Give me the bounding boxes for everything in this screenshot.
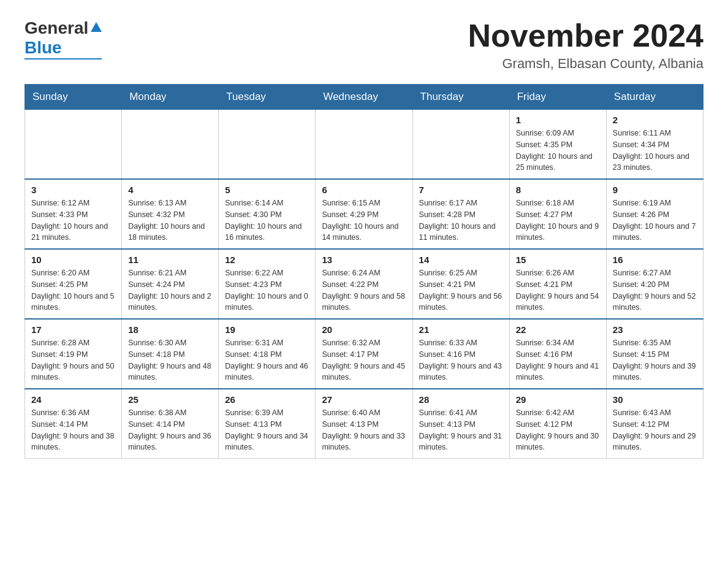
calendar-cell-5-7: 30Sunrise: 6:43 AMSunset: 4:12 PMDayligh… bbox=[606, 389, 703, 459]
calendar-table: Sunday Monday Tuesday Wednesday Thursday… bbox=[25, 84, 703, 459]
day-info: Sunrise: 6:13 AMSunset: 4:32 PMDaylight:… bbox=[128, 197, 212, 243]
calendar-header-row: Sunday Monday Tuesday Wednesday Thursday… bbox=[25, 85, 703, 110]
day-number: 24 bbox=[31, 394, 115, 405]
day-info: Sunrise: 6:11 AMSunset: 4:34 PMDaylight:… bbox=[613, 128, 697, 174]
calendar-cell-2-7: 9Sunrise: 6:19 AMSunset: 4:26 PMDaylight… bbox=[606, 179, 703, 249]
logo-underline bbox=[25, 58, 102, 59]
calendar-week-5: 24Sunrise: 6:36 AMSunset: 4:14 PMDayligh… bbox=[25, 389, 703, 459]
col-wednesday: Wednesday bbox=[316, 85, 412, 110]
calendar-cell-1-6: 1Sunrise: 6:09 AMSunset: 4:35 PMDaylight… bbox=[509, 110, 606, 180]
calendar-cell-2-1: 3Sunrise: 6:12 AMSunset: 4:33 PMDaylight… bbox=[25, 179, 122, 249]
calendar-cell-5-4: 27Sunrise: 6:40 AMSunset: 4:13 PMDayligh… bbox=[316, 389, 412, 459]
day-info: Sunrise: 6:33 AMSunset: 4:16 PMDaylight:… bbox=[419, 337, 503, 383]
day-number: 11 bbox=[128, 255, 212, 265]
day-number: 20 bbox=[322, 324, 406, 335]
day-number: 21 bbox=[419, 324, 503, 335]
day-info: Sunrise: 6:38 AMSunset: 4:14 PMDaylight:… bbox=[128, 407, 212, 453]
day-number: 2 bbox=[613, 115, 697, 125]
calendar-cell-5-1: 24Sunrise: 6:36 AMSunset: 4:14 PMDayligh… bbox=[25, 389, 122, 459]
calendar-cell-1-5 bbox=[412, 110, 509, 180]
calendar-cell-4-4: 20Sunrise: 6:32 AMSunset: 4:17 PMDayligh… bbox=[316, 319, 412, 389]
day-info: Sunrise: 6:35 AMSunset: 4:15 PMDaylight:… bbox=[613, 337, 697, 383]
day-number: 1 bbox=[516, 115, 600, 125]
day-number: 30 bbox=[613, 394, 697, 405]
title-area: November 2024 Gramsh, Elbasan County, Al… bbox=[468, 18, 703, 72]
calendar-cell-2-5: 7Sunrise: 6:17 AMSunset: 4:28 PMDaylight… bbox=[412, 179, 509, 249]
day-info: Sunrise: 6:21 AMSunset: 4:24 PMDaylight:… bbox=[128, 267, 212, 313]
logo-triangle-icon bbox=[91, 22, 102, 32]
day-info: Sunrise: 6:34 AMSunset: 4:16 PMDaylight:… bbox=[516, 337, 600, 383]
day-info: Sunrise: 6:32 AMSunset: 4:17 PMDaylight:… bbox=[322, 337, 406, 383]
col-monday: Monday bbox=[122, 85, 219, 110]
day-info: Sunrise: 6:41 AMSunset: 4:13 PMDaylight:… bbox=[419, 407, 503, 453]
day-info: Sunrise: 6:18 AMSunset: 4:27 PMDaylight:… bbox=[516, 197, 600, 243]
day-info: Sunrise: 6:22 AMSunset: 4:23 PMDaylight:… bbox=[225, 267, 309, 313]
col-tuesday: Tuesday bbox=[219, 85, 316, 110]
day-info: Sunrise: 6:43 AMSunset: 4:12 PMDaylight:… bbox=[613, 407, 697, 453]
calendar-cell-4-1: 17Sunrise: 6:28 AMSunset: 4:19 PMDayligh… bbox=[25, 319, 122, 389]
col-thursday: Thursday bbox=[412, 85, 509, 110]
day-number: 16 bbox=[613, 255, 697, 265]
calendar-cell-1-7: 2Sunrise: 6:11 AMSunset: 4:34 PMDaylight… bbox=[606, 110, 703, 180]
calendar-cell-5-6: 29Sunrise: 6:42 AMSunset: 4:12 PMDayligh… bbox=[509, 389, 606, 459]
calendar-cell-4-5: 21Sunrise: 6:33 AMSunset: 4:16 PMDayligh… bbox=[412, 319, 509, 389]
day-number: 23 bbox=[613, 324, 697, 335]
day-info: Sunrise: 6:39 AMSunset: 4:13 PMDaylight:… bbox=[225, 407, 309, 453]
day-info: Sunrise: 6:12 AMSunset: 4:33 PMDaylight:… bbox=[31, 197, 115, 243]
calendar-cell-5-2: 25Sunrise: 6:38 AMSunset: 4:14 PMDayligh… bbox=[122, 389, 219, 459]
day-info: Sunrise: 6:24 AMSunset: 4:22 PMDaylight:… bbox=[322, 267, 406, 313]
calendar-cell-5-5: 28Sunrise: 6:41 AMSunset: 4:13 PMDayligh… bbox=[412, 389, 509, 459]
day-info: Sunrise: 6:31 AMSunset: 4:18 PMDaylight:… bbox=[225, 337, 309, 383]
logo: General Blue bbox=[25, 18, 102, 59]
calendar-week-2: 3Sunrise: 6:12 AMSunset: 4:33 PMDaylight… bbox=[25, 179, 703, 249]
day-number: 18 bbox=[128, 324, 212, 335]
day-number: 22 bbox=[516, 324, 600, 335]
day-info: Sunrise: 6:15 AMSunset: 4:29 PMDaylight:… bbox=[322, 197, 406, 243]
calendar-cell-2-4: 6Sunrise: 6:15 AMSunset: 4:29 PMDaylight… bbox=[316, 179, 412, 249]
day-number: 19 bbox=[225, 324, 309, 335]
col-friday: Friday bbox=[509, 85, 606, 110]
day-info: Sunrise: 6:28 AMSunset: 4:19 PMDaylight:… bbox=[31, 337, 115, 383]
logo-general-text: General bbox=[25, 18, 88, 38]
calendar-cell-2-3: 5Sunrise: 6:14 AMSunset: 4:30 PMDaylight… bbox=[219, 179, 316, 249]
day-info: Sunrise: 6:26 AMSunset: 4:21 PMDaylight:… bbox=[516, 267, 600, 313]
day-info: Sunrise: 6:14 AMSunset: 4:30 PMDaylight:… bbox=[225, 197, 309, 243]
day-info: Sunrise: 6:09 AMSunset: 4:35 PMDaylight:… bbox=[516, 128, 600, 174]
day-number: 27 bbox=[322, 394, 406, 405]
day-info: Sunrise: 6:40 AMSunset: 4:13 PMDaylight:… bbox=[322, 407, 406, 453]
calendar-cell-3-5: 14Sunrise: 6:25 AMSunset: 4:21 PMDayligh… bbox=[412, 249, 509, 319]
day-info: Sunrise: 6:30 AMSunset: 4:18 PMDaylight:… bbox=[128, 337, 212, 383]
calendar-week-1: 1Sunrise: 6:09 AMSunset: 4:35 PMDaylight… bbox=[25, 110, 703, 180]
day-number: 4 bbox=[128, 185, 212, 195]
day-number: 9 bbox=[613, 185, 697, 195]
day-number: 29 bbox=[516, 394, 600, 405]
day-number: 13 bbox=[322, 255, 406, 265]
calendar-cell-3-6: 15Sunrise: 6:26 AMSunset: 4:21 PMDayligh… bbox=[509, 249, 606, 319]
day-info: Sunrise: 6:19 AMSunset: 4:26 PMDaylight:… bbox=[613, 197, 697, 243]
day-number: 7 bbox=[419, 185, 503, 195]
day-number: 17 bbox=[31, 324, 115, 335]
day-number: 8 bbox=[516, 185, 600, 195]
day-number: 5 bbox=[225, 185, 309, 195]
calendar-week-4: 17Sunrise: 6:28 AMSunset: 4:19 PMDayligh… bbox=[25, 319, 703, 389]
calendar-cell-3-1: 10Sunrise: 6:20 AMSunset: 4:25 PMDayligh… bbox=[25, 249, 122, 319]
day-number: 6 bbox=[322, 185, 406, 195]
calendar-cell-4-6: 22Sunrise: 6:34 AMSunset: 4:16 PMDayligh… bbox=[509, 319, 606, 389]
calendar-cell-4-7: 23Sunrise: 6:35 AMSunset: 4:15 PMDayligh… bbox=[606, 319, 703, 389]
day-number: 14 bbox=[419, 255, 503, 265]
day-info: Sunrise: 6:25 AMSunset: 4:21 PMDaylight:… bbox=[419, 267, 503, 313]
day-number: 10 bbox=[31, 255, 115, 265]
calendar-cell-4-3: 19Sunrise: 6:31 AMSunset: 4:18 PMDayligh… bbox=[219, 319, 316, 389]
page-header: General Blue November 2024 Gramsh, Elbas… bbox=[25, 18, 703, 72]
calendar-cell-1-3 bbox=[219, 110, 316, 180]
calendar-cell-3-4: 13Sunrise: 6:24 AMSunset: 4:22 PMDayligh… bbox=[316, 249, 412, 319]
day-number: 26 bbox=[225, 394, 309, 405]
page-title: November 2024 bbox=[468, 18, 703, 53]
day-info: Sunrise: 6:27 AMSunset: 4:20 PMDaylight:… bbox=[613, 267, 697, 313]
calendar-cell-3-2: 11Sunrise: 6:21 AMSunset: 4:24 PMDayligh… bbox=[122, 249, 219, 319]
day-info: Sunrise: 6:36 AMSunset: 4:14 PMDaylight:… bbox=[31, 407, 115, 453]
page-subtitle: Gramsh, Elbasan County, Albania bbox=[468, 56, 703, 72]
calendar-week-3: 10Sunrise: 6:20 AMSunset: 4:25 PMDayligh… bbox=[25, 249, 703, 319]
col-sunday: Sunday bbox=[25, 85, 122, 110]
calendar-cell-1-2 bbox=[122, 110, 219, 180]
